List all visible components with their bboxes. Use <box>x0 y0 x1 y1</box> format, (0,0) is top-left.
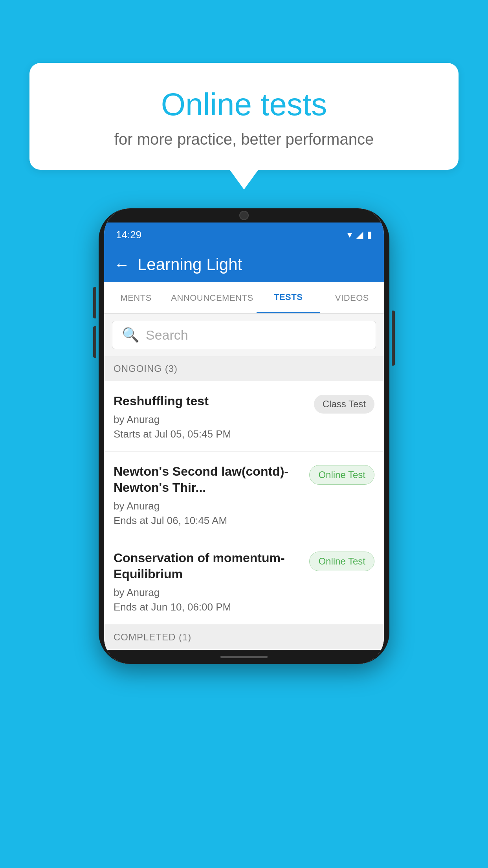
test-info-3: Conservation of momentum-Equilibrium by … <box>114 550 309 613</box>
phone-bottom-bezel <box>104 650 384 664</box>
tabs-bar: MENTS ANNOUNCEMENTS TESTS VIDEOS <box>104 282 384 314</box>
search-container: 🔍 Search <box>104 314 384 356</box>
test-name-2: Newton's Second law(contd)-Newton's Thir… <box>114 463 301 496</box>
completed-section-header: COMPLETED (1) <box>104 625 384 650</box>
speech-bubble: Online tests for more practice, better p… <box>29 63 459 170</box>
test-name-3: Conservation of momentum-Equilibrium <box>114 550 301 583</box>
test-author-2: by Anurag <box>114 500 301 512</box>
phone-mockup: 14:29 ▾ ◢ ▮ ← Learning Light MENTS ANNOU… <box>99 208 389 664</box>
ongoing-section-header: ONGOING (3) <box>104 356 384 381</box>
test-name-1: Reshuffling test <box>114 393 306 410</box>
bubble-subtitle: for more practice, better performance <box>49 131 439 148</box>
status-icons: ▾ ◢ ▮ <box>347 229 372 240</box>
phone-frame: 14:29 ▾ ◢ ▮ ← Learning Light MENTS ANNOU… <box>99 208 389 664</box>
phone-screen: 14:29 ▾ ◢ ▮ ← Learning Light MENTS ANNOU… <box>104 208 384 664</box>
battery-icon: ▮ <box>367 229 372 240</box>
tab-tests[interactable]: TESTS <box>257 282 320 313</box>
search-box[interactable]: 🔍 Search <box>112 321 376 349</box>
power-button <box>392 311 395 366</box>
test-author-1: by Anurag <box>114 414 306 426</box>
front-camera <box>239 211 249 220</box>
volume-up-button <box>93 287 96 318</box>
tab-announcements[interactable]: ANNOUNCEMENTS <box>168 282 256 313</box>
test-item-2[interactable]: Newton's Second law(contd)-Newton's Thir… <box>104 452 384 538</box>
test-badge-3: Online Test <box>309 552 374 571</box>
app-bar: ← Learning Light <box>104 247 384 282</box>
signal-icon: ◢ <box>356 229 363 240</box>
tab-ments[interactable]: MENTS <box>104 282 168 313</box>
test-item-1[interactable]: Reshuffling test by Anurag Starts at Jul… <box>104 381 384 452</box>
app-bar-title: Learning Light <box>138 255 242 274</box>
test-item-3[interactable]: Conservation of momentum-Equilibrium by … <box>104 538 384 625</box>
test-author-3: by Anurag <box>114 587 301 599</box>
test-info-2: Newton's Second law(contd)-Newton's Thir… <box>114 463 309 527</box>
tab-videos[interactable]: VIDEOS <box>320 282 384 313</box>
status-time: 14:29 <box>116 229 141 241</box>
test-time-1: Starts at Jul 05, 05:45 PM <box>114 428 306 440</box>
search-icon: 🔍 <box>122 327 139 343</box>
search-placeholder: Search <box>146 327 188 343</box>
phone-top-bezel <box>104 208 384 223</box>
back-button[interactable]: ← <box>114 256 130 274</box>
test-badge-1: Class Test <box>314 395 374 414</box>
test-badge-2: Online Test <box>309 465 374 485</box>
wifi-icon: ▾ <box>347 229 352 240</box>
bubble-title: Online tests <box>49 86 439 123</box>
test-info-1: Reshuffling test by Anurag Starts at Jul… <box>114 393 314 440</box>
test-time-3: Ends at Jun 10, 06:00 PM <box>114 601 301 613</box>
test-time-2: Ends at Jul 06, 10:45 AM <box>114 515 301 527</box>
home-indicator <box>220 656 268 658</box>
volume-down-button <box>93 326 96 358</box>
status-bar: 14:29 ▾ ◢ ▮ <box>104 223 384 247</box>
